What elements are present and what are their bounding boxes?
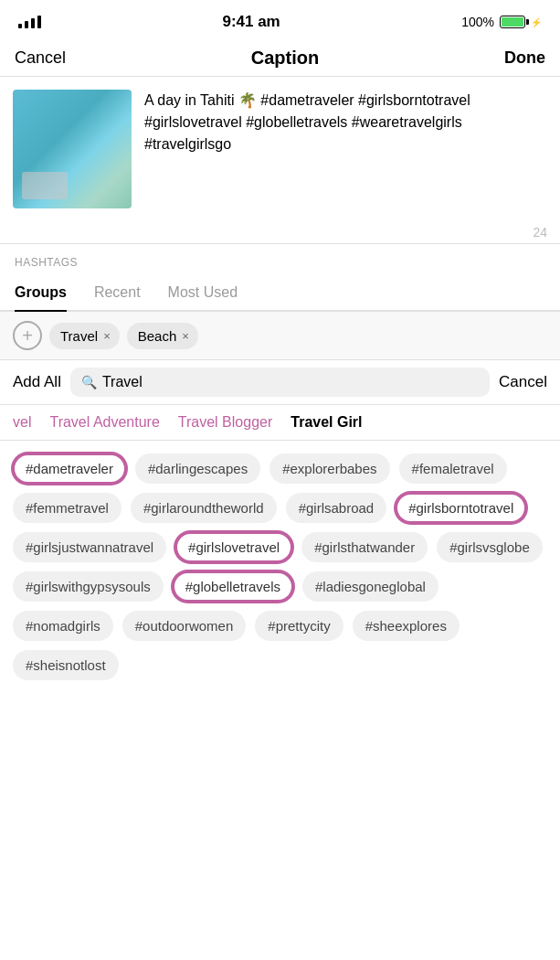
post-thumbnail — [13, 90, 132, 208]
tag-pill-label: Travel — [60, 328, 98, 344]
cat-tab-travel-blogger[interactable]: Travel Blogger — [178, 414, 272, 431]
hashtag-chip[interactable]: #girlsabroad — [286, 493, 387, 523]
thumbnail-boat — [22, 172, 68, 199]
page-title: Caption — [251, 48, 319, 69]
signal-bar-2 — [25, 21, 28, 28]
cat-tab-travel[interactable]: vel — [13, 414, 31, 431]
char-count: 24 — [533, 225, 547, 240]
done-button[interactable]: Done — [504, 48, 545, 68]
tag-pills-row: + Travel × Beach × — [0, 312, 560, 360]
hashtag-chip[interactable]: #prettycity — [255, 611, 343, 641]
hashtag-chip[interactable]: #sheexplores — [353, 611, 460, 641]
hashtags-section: HASHTAGS — [0, 243, 560, 275]
signal-bar-1 — [18, 24, 22, 28]
search-container[interactable]: 🔍 — [70, 368, 490, 397]
cat-tab-travel-girl[interactable]: Travel Girl — [291, 414, 362, 431]
signal-indicator — [18, 16, 41, 28]
category-tabs: vel Travel Adventure Travel Blogger Trav… — [0, 405, 560, 441]
battery-percentage: 100% — [461, 15, 494, 29]
hashtags-label: HASHTAGS — [15, 256, 78, 269]
hashtag-chip[interactable]: #girlsthatwander — [301, 532, 428, 562]
cancel-button[interactable]: Cancel — [15, 48, 66, 68]
search-input[interactable] — [102, 374, 479, 390]
signal-bar-4 — [37, 16, 41, 28]
status-bar: 9:41 am 100% ⚡ — [0, 0, 560, 40]
hashtag-chip[interactable]: #girlsjustwannatravel — [13, 532, 166, 562]
add-group-button[interactable]: + — [13, 321, 42, 350]
hashtag-chip[interactable]: #girlsborntotravel — [396, 493, 526, 523]
tab-groups[interactable]: Groups — [15, 284, 67, 312]
hashtag-chip[interactable]: #outdoorwomen — [122, 611, 247, 641]
caption-text-wrapper[interactable]: A day in Tahiti 🌴 #dametraveler #girlsbo… — [144, 90, 547, 208]
charging-bolt-icon: ⚡ — [531, 17, 542, 27]
add-all-button[interactable]: Add All — [13, 373, 61, 391]
hashtag-chip[interactable]: #sheisnotlost — [13, 650, 119, 680]
hashtag-chip[interactable]: #femmetravel — [13, 493, 122, 523]
remove-beach-tag-button[interactable]: × — [182, 329, 189, 343]
hashtag-chip[interactable]: #girlslovetravel — [175, 532, 292, 562]
tag-pill-travel[interactable]: Travel × — [49, 323, 120, 349]
search-cancel-button[interactable]: Cancel — [499, 373, 547, 391]
nav-bar: Cancel Caption Done — [0, 40, 560, 77]
tag-pill-beach[interactable]: Beach × — [127, 323, 198, 349]
hashtag-chip[interactable]: #dametraveler — [13, 453, 126, 484]
hashtag-chip[interactable]: #nomadgirls — [13, 611, 113, 641]
hashtag-chip[interactable]: #girlsvsglobe — [437, 532, 543, 562]
tab-recent[interactable]: Recent — [94, 284, 141, 310]
search-icon: 🔍 — [81, 375, 97, 389]
signal-bar-3 — [31, 18, 35, 28]
hashtag-chip[interactable]: #explorerbabes — [269, 453, 389, 484]
char-count-row: 24 — [0, 221, 560, 243]
battery-fill — [502, 17, 523, 27]
tag-pill-label: Beach — [138, 328, 177, 344]
tab-most-used[interactable]: Most Used — [168, 284, 238, 310]
remove-travel-tag-button[interactable]: × — [103, 329, 111, 343]
hashtag-chip[interactable]: #girlswithgypsysouls — [13, 571, 164, 602]
status-time: 9:41 am — [222, 13, 280, 31]
hashtag-chip[interactable]: #globelletravels — [173, 571, 293, 602]
hashtag-chip[interactable]: #darlingescapes — [135, 453, 260, 484]
hashtag-chip[interactable]: #ladiesgoneglobal — [302, 571, 438, 602]
caption-area: A day in Tahiti 🌴 #dametraveler #girlsbo… — [0, 77, 560, 221]
cat-tab-travel-adventure[interactable]: Travel Adventure — [49, 414, 159, 431]
status-right: 100% ⚡ — [461, 15, 542, 29]
hashtag-grid: #dametraveler#darlingescapes#explorerbab… — [0, 441, 560, 693]
hashtag-chip[interactable]: #girlaroundtheworld — [131, 493, 277, 523]
hashtag-chip[interactable]: #femaletravel — [399, 453, 507, 484]
caption-content[interactable]: A day in Tahiti 🌴 #dametraveler #girlsbo… — [144, 90, 547, 155]
search-row: Add All 🔍 Cancel — [0, 360, 560, 405]
tabs-row: Groups Recent Most Used — [0, 275, 560, 312]
battery-icon — [500, 16, 525, 28]
